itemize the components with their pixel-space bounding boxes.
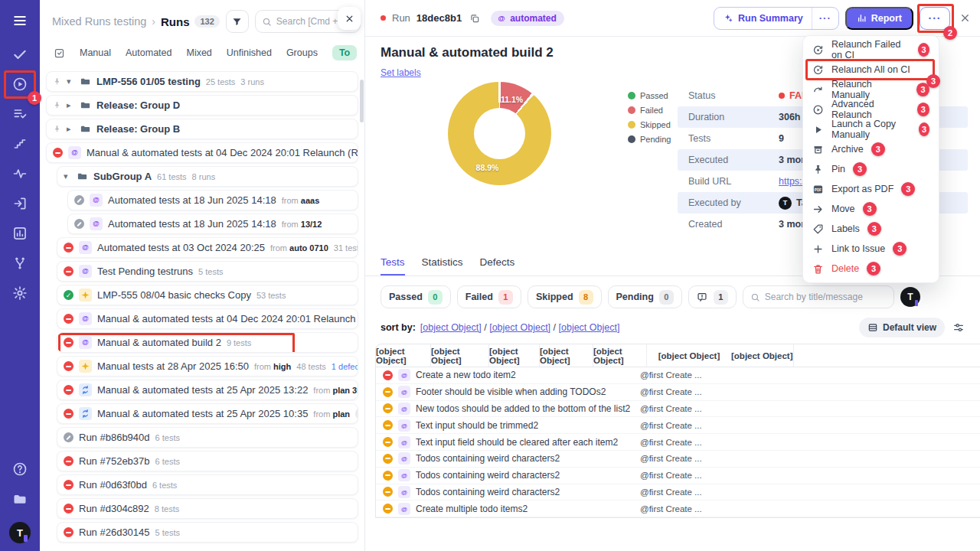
table-column-header[interactable]: [object Object] — [431, 344, 489, 367]
run-summary-button[interactable]: Run Summary ··· — [714, 7, 839, 30]
menu-item[interactable]: Pin 3 — [803, 159, 939, 179]
run-detail-tab[interactable]: Statistics — [422, 256, 463, 276]
run-defects-count[interactable]: 1 defects — [332, 362, 358, 371]
run-list-item[interactable]: Manual & automated tests at 25 Apr 2025 … — [57, 380, 358, 400]
user-avatar[interactable]: T — [9, 522, 31, 543]
test-suite[interactable]: @first Create ... — [640, 504, 747, 514]
status-filter-chip[interactable]: Passed 0 — [381, 285, 451, 308]
menu-item[interactable]: Relaunch Manually 3 — [803, 80, 939, 99]
table-column-header[interactable]: [object Object] — [647, 344, 731, 367]
chevron-icon[interactable] — [67, 100, 74, 110]
test-suite[interactable]: @first Create ... — [640, 454, 747, 463]
run-list-item[interactable]: Manual & automated tests at 25 Apr 2025 … — [57, 403, 358, 424]
test-title[interactable]: New todos should be added to the bottom … — [416, 403, 630, 414]
default-view-button[interactable]: Default view — [859, 318, 945, 337]
menu-item[interactable]: Launch a Copy Manually 3 — [803, 119, 939, 139]
run-list-item[interactable]: Release: Group D ⚙ — [46, 95, 358, 116]
run-detail-tab[interactable]: Tests — [381, 256, 405, 276]
menu-item[interactable]: Delete 3 — [803, 259, 939, 279]
breadcrumb-project[interactable]: Mixed Runs testing — [52, 15, 146, 28]
test-suite[interactable]: @first Create ... — [640, 370, 747, 380]
run-list-item[interactable]: Run #d304c892 8 tests ⚙ — [57, 498, 358, 519]
chevron-icon[interactable] — [64, 171, 71, 181]
sort-option-link[interactable]: [object Object] — [489, 322, 558, 333]
settings-gear-icon[interactable] — [7, 283, 33, 303]
runs-filter-tab[interactable]: Groups — [286, 47, 318, 58]
menu-item[interactable]: Labels 3 — [803, 219, 939, 239]
run-list-item[interactable]: Test Pending testruns 5 tests ⚙ — [57, 261, 358, 282]
run-list-item[interactable]: LMP-556 01/05 testing 25 tests 3 runs ⚙ — [46, 71, 358, 92]
chevron-icon[interactable] — [67, 124, 74, 134]
breadcrumb-section[interactable]: Runs — [161, 15, 190, 28]
set-labels-link[interactable]: Set labels — [381, 67, 421, 78]
scrollbar-thumb[interactable] — [360, 80, 364, 122]
table-row[interactable]: Text input should be trimmed2 @first Cre… — [376, 417, 980, 434]
copy-icon[interactable] — [469, 13, 480, 24]
run-list-item[interactable]: Release: Group B ⚙ — [46, 119, 358, 139]
branches-icon[interactable] — [7, 253, 33, 273]
sort-option-link[interactable]: [object Object] — [420, 322, 489, 333]
report-button[interactable]: Report — [845, 7, 913, 30]
run-list-item[interactable]: Manual & automated tests at 04 Dec 2024 … — [46, 142, 358, 163]
chevron-icon[interactable] — [67, 77, 74, 86]
test-title[interactable]: Footer should be visible when adding TOD… — [416, 386, 606, 397]
table-row[interactable]: Create a new todo item2 @first Create ..… — [376, 367, 980, 384]
runs-play-icon[interactable] — [7, 74, 33, 94]
table-column-header[interactable]: [object Object] — [731, 344, 794, 367]
run-list-item[interactable]: SubGroup A 61 tests 8 runs ⚙ — [57, 166, 358, 187]
import-icon[interactable] — [7, 194, 33, 214]
table-column-header[interactable]: [object Object] — [593, 344, 647, 367]
view-settings-icon[interactable] — [952, 321, 965, 334]
status-filter-chip[interactable]: Pending 0 — [608, 285, 682, 308]
automated-badge[interactable]: automated — [491, 11, 564, 26]
runs-filter-tab[interactable]: To — [332, 45, 357, 60]
test-title[interactable]: Text input should be trimmed2 — [416, 420, 538, 431]
close-icon[interactable] — [959, 12, 971, 24]
projects-folder-icon[interactable] — [7, 489, 33, 509]
run-list-item[interactable]: Manual tests at 28 Apr 2025 16:50 from h… — [57, 356, 358, 377]
milestones-icon[interactable] — [7, 134, 33, 154]
test-title[interactable]: Create multiple todo items2 — [416, 504, 528, 514]
runs-filter-tab[interactable]: Unfinished — [227, 47, 272, 58]
test-suite[interactable]: @first Create ... — [640, 471, 747, 480]
runs-filter-tab[interactable]: Mixed — [186, 47, 211, 58]
test-plans-icon[interactable] — [7, 104, 33, 124]
test-title[interactable]: Create a new todo item2 — [416, 370, 516, 380]
table-column-header[interactable]: [object Object] — [489, 344, 540, 367]
run-list-item[interactable]: LMP-555 08/04 basic checks Copy 53 tests… — [57, 285, 358, 305]
run-list-item[interactable]: Run #26d30145 5 tests ⚙ — [57, 522, 358, 543]
table-row[interactable]: Todos containing weird characters2 @firs… — [376, 484, 980, 501]
panel-close-button[interactable] — [338, 7, 361, 30]
test-title[interactable]: Todos containing weird characters2 — [416, 487, 560, 497]
menu-item[interactable]: Move 3 — [803, 199, 939, 219]
help-icon[interactable] — [7, 459, 33, 479]
table-row[interactable]: New todos should be added to the bottom … — [376, 401, 980, 418]
menu-item[interactable]: Export as PDF 3 — [803, 179, 939, 199]
test-suite[interactable]: @first Create ... — [640, 438, 747, 447]
filter-button[interactable] — [226, 10, 249, 33]
run-list-item[interactable]: Automated tests at 03 Oct 2024 20:25 fro… — [57, 237, 358, 258]
table-row[interactable]: Footer should be visible when adding TOD… — [376, 384, 980, 401]
menu-item[interactable]: Link to Issue 3 — [803, 239, 939, 259]
tests-search[interactable] — [743, 285, 894, 308]
checks-icon[interactable] — [7, 44, 33, 64]
run-list-item[interactable]: Run #b86b940d 6 tests ⚙ — [57, 427, 358, 448]
menu-item[interactable]: Advanced Relaunch 3 — [803, 99, 939, 119]
test-suite[interactable]: @first Create ... — [640, 421, 747, 430]
status-filter-chip[interactable]: Skipped 8 — [528, 285, 602, 308]
run-list-item[interactable]: Automated tests at 18 Jun 2025 14:18 fro… — [67, 190, 358, 210]
table-row[interactable]: Todos containing weird characters2 @firs… — [376, 451, 980, 468]
test-suite[interactable]: @first Create ... — [640, 387, 747, 396]
menu-item[interactable]: Archive 3 — [803, 139, 939, 159]
test-title[interactable]: Todos containing weird characters2 — [416, 453, 560, 464]
runs-filter-tab[interactable]: Automated — [126, 47, 172, 58]
table-row[interactable]: Text input field should be cleared after… — [376, 434, 980, 451]
table-row[interactable]: Create multiple todo items2 @first Creat… — [376, 500, 980, 517]
run-list-item[interactable]: Manual & automated tests at 04 Dec 2024 … — [57, 308, 358, 329]
test-suite[interactable]: @first Create ... — [640, 404, 747, 413]
pulse-icon[interactable] — [7, 164, 33, 184]
menu-icon[interactable] — [7, 11, 33, 31]
test-title[interactable]: Todos containing weird characters2 — [416, 470, 560, 481]
more-actions-button[interactable]: ··· — [920, 7, 950, 30]
status-filter-chip[interactable]: Failed 1 — [457, 285, 521, 308]
